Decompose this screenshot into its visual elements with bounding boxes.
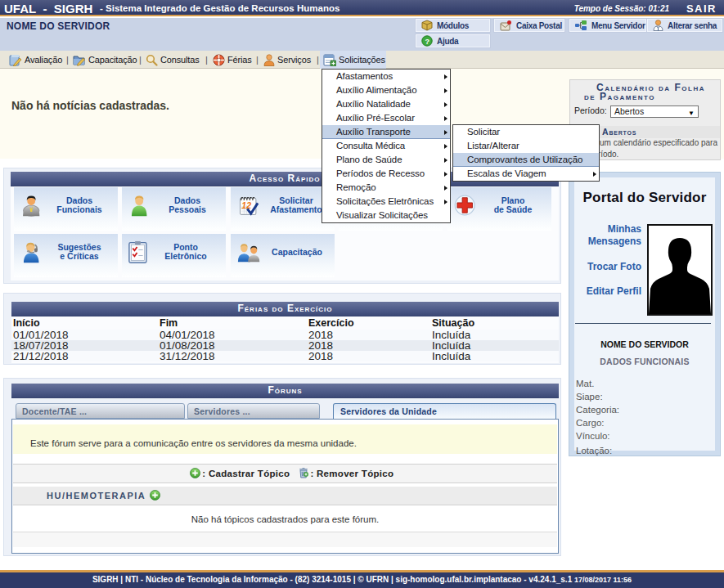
svg-text:?: ? xyxy=(425,38,429,46)
svg-text:12: 12 xyxy=(241,200,251,210)
